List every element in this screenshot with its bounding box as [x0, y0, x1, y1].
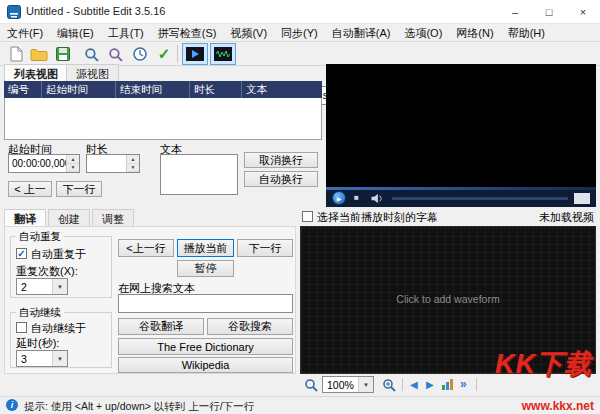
- app-window: Untitled - Subtitle Edit 3.5.16 – □ × 文件…: [0, 0, 600, 414]
- repeat-count-value: 2: [21, 281, 27, 293]
- watermark-logo: KK下载: [495, 346, 592, 382]
- minimize-button[interactable]: –: [498, 0, 532, 24]
- app-icon: [7, 5, 21, 19]
- select-current-subtitle-checkbox[interactable]: [302, 211, 313, 222]
- menu-item-help[interactable]: 帮助(H): [501, 24, 552, 41]
- stop-icon[interactable]: ■: [354, 193, 359, 202]
- toolbar: ✓ 格式 SubRip (.srt) ▼ 编码方式 UTF-8 with BOM…: [0, 42, 600, 66]
- volume-icon[interactable]: [370, 193, 384, 204]
- window-controls: – □ ×: [498, 0, 600, 24]
- play-current-button[interactable]: 播放当前: [177, 239, 234, 257]
- unbreak-button[interactable]: 取消换行: [244, 152, 318, 168]
- tab-source-view[interactable]: 源视图: [66, 64, 119, 81]
- stepper-arrows[interactable]: ▲ ▼: [126, 155, 139, 172]
- title-bar: Untitled - Subtitle Edit 3.5.16 – □ ×: [0, 0, 600, 24]
- video-control-bar: ▶ ■: [326, 190, 596, 207]
- toolbar-separator: [476, 378, 477, 391]
- subtitle-table-body[interactable]: [4, 98, 322, 140]
- tab-adjust[interactable]: 调整: [92, 209, 134, 226]
- repeat-count-combo[interactable]: 2 ▼: [16, 278, 68, 295]
- start-time-value: 00:00:00,000: [12, 158, 70, 169]
- menu-item-video[interactable]: 视频(V): [223, 24, 274, 41]
- zoom-combo[interactable]: 100% ▼: [322, 376, 374, 393]
- maximize-button[interactable]: □: [532, 0, 566, 24]
- menu-item-autotranslate[interactable]: 自动翻译(A): [325, 24, 398, 41]
- menu-item-file[interactable]: 文件(F): [0, 24, 50, 41]
- menu-item-edit[interactable]: 编辑(E): [50, 24, 101, 41]
- wikipedia-button[interactable]: Wikipedia: [118, 357, 293, 373]
- visual-sync-icon[interactable]: [130, 44, 150, 64]
- menu-item-spellcheck[interactable]: 拼写检查(S): [151, 24, 224, 41]
- repeat-count-label: 重复次数(X):: [16, 264, 78, 279]
- close-button[interactable]: ×: [566, 0, 600, 24]
- menu-item-tools[interactable]: 工具(T): [101, 24, 151, 41]
- zoom-out-icon[interactable]: [304, 378, 318, 392]
- duration-stepper[interactable]: ▲ ▼: [86, 154, 140, 173]
- step-down-icon[interactable]: ▼: [127, 164, 139, 173]
- col-start-time[interactable]: 起始时间: [42, 81, 116, 98]
- wave-prev-icon[interactable]: ◀: [410, 379, 418, 390]
- find-icon[interactable]: [81, 44, 101, 64]
- waveform-placeholder[interactable]: Click to add waveform: [301, 293, 595, 305]
- col-text[interactable]: 文本: [242, 81, 322, 98]
- spellcheck-icon[interactable]: ✓: [154, 44, 174, 64]
- delay-label: 延时(秒):: [16, 336, 59, 351]
- next-row-button[interactable]: 下一行: [237, 239, 293, 257]
- toolbar-separator: [177, 45, 178, 63]
- toggle-video-button[interactable]: [182, 43, 208, 65]
- status-hint: 提示: 使用 <Alt + up/down> 以转到 上一行/下一行: [24, 400, 254, 414]
- stepper-arrows[interactable]: ▲ ▼: [66, 155, 79, 172]
- tab-translate[interactable]: 翻译: [4, 209, 46, 226]
- zoom-in-icon[interactable]: [382, 378, 396, 392]
- video-player[interactable]: ▶ ■: [326, 64, 596, 207]
- wave-play-icon[interactable]: ▶: [426, 379, 434, 390]
- info-icon: i: [6, 399, 18, 411]
- previous-line-button[interactable]: < 上一: [8, 181, 52, 197]
- auto-repeat-checkbox[interactable]: ✓: [16, 248, 27, 259]
- auto-continue-title: 自动继续: [16, 306, 64, 320]
- auto-repeat-title: 自动重复: [16, 230, 64, 244]
- next-line-button[interactable]: 下一行: [56, 181, 102, 197]
- select-current-subtitle-label: 选择当前播放时刻的字幕: [317, 210, 438, 225]
- window-title: Untitled - Subtitle Edit 3.5.16: [26, 5, 165, 17]
- save-icon[interactable]: [53, 44, 73, 64]
- no-video-label: 未加载视频: [539, 210, 594, 225]
- seek-slider[interactable]: [392, 197, 568, 200]
- toggle-waveform-button[interactable]: [210, 43, 236, 65]
- menu-item-network[interactable]: 网络(N): [449, 24, 500, 41]
- auto-continue-checkbox-label: 自动继续于: [31, 321, 86, 336]
- prev-row-button[interactable]: <上一行: [118, 239, 174, 257]
- delay-combo[interactable]: 3 ▼: [16, 350, 68, 367]
- play-icon[interactable]: ▶: [332, 191, 346, 205]
- pause-button[interactable]: 暂停: [177, 260, 234, 277]
- menu-item-sync[interactable]: 同步(Y): [274, 24, 325, 41]
- tab-create[interactable]: 创建: [48, 209, 90, 226]
- search-online-input[interactable]: [118, 294, 293, 313]
- menu-item-options[interactable]: 选项(O): [397, 24, 449, 41]
- subtitle-text-area[interactable]: [160, 154, 238, 195]
- open-file-icon[interactable]: [29, 44, 49, 64]
- step-down-icon[interactable]: ▼: [67, 164, 79, 173]
- auto-repeat-checkbox-label: 自动重复于: [31, 247, 86, 262]
- google-translate-button[interactable]: 谷歌翻译: [118, 318, 204, 335]
- free-dictionary-button[interactable]: The Free Dictionary: [118, 338, 293, 355]
- autobreak-button[interactable]: 自动换行: [244, 171, 318, 187]
- menu-bar: 文件(F) 编辑(E) 工具(T) 拼写检查(S) 视频(V) 同步(Y) 自动…: [0, 24, 600, 42]
- chevron-down-icon: ▼: [358, 377, 373, 392]
- google-it-button[interactable]: 谷歌搜索: [207, 318, 293, 335]
- col-duration[interactable]: 时长: [190, 81, 242, 98]
- col-end-time[interactable]: 结束时间: [116, 81, 190, 98]
- delay-value: 3: [21, 353, 27, 365]
- spectrogram-icon[interactable]: [442, 379, 454, 390]
- step-up-icon[interactable]: ▲: [127, 155, 139, 164]
- start-time-stepper[interactable]: 00:00:00,000 ▲ ▼: [8, 154, 80, 173]
- tab-list-view[interactable]: 列表视图: [4, 64, 68, 81]
- step-up-icon[interactable]: ▲: [67, 155, 79, 164]
- col-number[interactable]: 编号: [4, 81, 42, 98]
- new-file-icon[interactable]: [6, 44, 26, 64]
- fast-forward-icon[interactable]: »: [460, 377, 467, 391]
- volume-slider[interactable]: [574, 193, 590, 204]
- chevron-down-icon: ▼: [52, 351, 67, 366]
- auto-continue-checkbox[interactable]: [16, 322, 27, 333]
- replace-icon[interactable]: [105, 44, 125, 64]
